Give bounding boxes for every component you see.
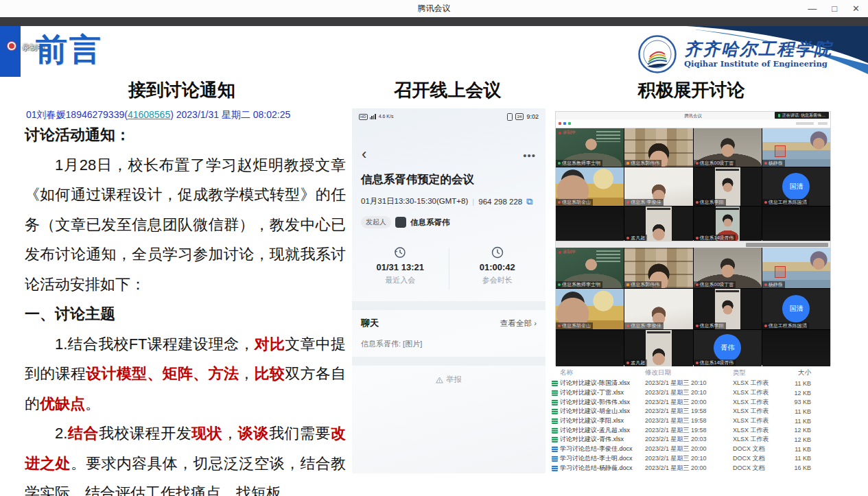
participant-name-label: 信息系胡金山 — [556, 322, 593, 329]
column-header-name[interactable]: 名称 — [560, 368, 645, 377]
slide-left-accent-bar — [0, 26, 21, 77]
meeting-grid-screenshot: 腾讯会议正在讲话: 信息系胥伟…录制中信息系教师李士明信息系郭伟伟信息系00级丁… — [556, 112, 830, 240]
file-row[interactable]: 学习讨论总结-李俊佳.docx2023/2/1 星期三 20:00DOCX 文档… — [549, 445, 834, 454]
notice-datetime: ) 2023/1/31 星期二 08:02:25 — [170, 109, 290, 120]
participant-avatar: 国清 — [782, 295, 810, 322]
clock-time: 9:02 — [526, 113, 539, 120]
mic-status-icon — [764, 283, 767, 286]
phone-status-bar: HD 4.6 K/s 24 9:02 — [359, 113, 539, 121]
file-row[interactable]: 讨论对比建议-郭伟伟.xlsx2023/2/1 星期三 20:00XLSX 工作… — [549, 397, 834, 407]
maximize-button[interactable]: □ — [832, 4, 837, 13]
file-row[interactable]: 讨论对比建议-胡金山.xlsx2023/2/1 星期三 19:58XLSX 工作… — [549, 407, 834, 416]
recording-dot-icon — [559, 132, 561, 134]
more-options-icon[interactable]: ••• — [523, 150, 536, 161]
file-name: 讨论对比建议-郭伟伟.xlsx — [560, 398, 645, 407]
chat-section-header: 聊天 查看全部 › — [361, 317, 537, 329]
divider: | — [472, 198, 474, 206]
file-name: 讨论对比建议-丁雷.xlsx — [560, 388, 645, 397]
participant-name-label: 信息系李阳 — [694, 322, 726, 329]
column-header-size[interactable]: 大小 — [781, 368, 817, 377]
file-date: 2023/2/1 星期三 19:58 — [645, 407, 733, 416]
account-number-link[interactable]: 41608565 — [128, 109, 170, 120]
file-type: XLSX 工作表 — [733, 426, 781, 435]
file-type: XLSX 工作表 — [733, 379, 781, 388]
participant-video-tile: 信息系·李俊佳 — [624, 289, 692, 329]
video-grid-area: 录制中信息系教师李士明信息系郭伟伟信息系00级丁雷杨静薇信息系胡金山信息系·李俊… — [556, 248, 830, 365]
minimize-button[interactable]: — — [808, 4, 817, 13]
file-row[interactable]: 讨论对比建议-丁雷.xlsx2023/2/1 星期三 20:10XLSX 工作表… — [549, 388, 834, 398]
participant-video-tile: 信息系李阳 — [694, 289, 762, 329]
right-column-title: 积极展开讨论 — [549, 78, 834, 102]
body-paragraph: 一、讨论主题 — [25, 299, 346, 329]
participant-video-tile: 信息系14级胥伟 — [694, 206, 762, 241]
column-header-type[interactable]: 类型 — [733, 368, 781, 377]
window-titlebar: 腾讯会议 — [0, 0, 868, 17]
mic-status-icon — [626, 201, 629, 204]
mic-status-icon — [626, 237, 629, 239]
signal-bars-icon — [370, 114, 376, 119]
participant-video-tile: 信息系胡金山 — [556, 167, 624, 206]
file-date: 2023/2/1 星期三 20:00 — [645, 398, 733, 407]
participant-avatar: 胥伟 — [714, 334, 741, 362]
file-row[interactable]: 学习讨论总结-李士明.docx2023/2/1 星期三 20:10DOCX 文档… — [549, 454, 834, 464]
file-date: 2023/2/1 星期三 20:10 — [645, 379, 733, 388]
duration-value: 01:00:42 — [480, 262, 515, 272]
copy-icon[interactable]: ⧉ — [526, 197, 532, 206]
meeting-time-range: 01月31日13:30-15:30(GMT+8) — [361, 196, 468, 206]
column-header-date[interactable]: 修改日期 — [645, 368, 733, 377]
file-row[interactable]: 学习讨论总结-杨静薇.docx2023/2/1 星期三 20:00DOCX 文档… — [549, 463, 834, 473]
body-paragraph: 1月28日，校长布置了学习赵炬明教授文章《如何通过课程设计，促成教学模式转型》的… — [25, 150, 346, 300]
participant-name-label: 信息系郭伟伟 — [624, 281, 661, 288]
clock-icon — [491, 246, 504, 259]
file-size: 16 KB — [781, 464, 817, 471]
file-row[interactable]: 讨论对比建议-陈国清.xlsx2023/2/1 星期三 20:10XLSX 工作… — [549, 379, 834, 388]
file-type: XLSX 工作表 — [733, 407, 781, 416]
mic-status-icon — [558, 283, 561, 286]
participant-name-label: 杨静薇 — [762, 160, 785, 167]
participant-name-label: 孟凡超 — [624, 235, 647, 241]
recording-indicator: 录制中 — [559, 130, 576, 136]
file-row[interactable]: 讨论对比建议-孟凡超.xlsx2023/2/1 星期三 19:58XLSX 工作… — [549, 425, 834, 435]
participant-name-label: 信息系李阳 — [694, 199, 726, 206]
participant-name-label: 信息工程系陈国清 — [762, 199, 809, 206]
participant-video-tile: 杨静薇 — [762, 248, 830, 288]
notice-body-text: 讨论活动通知：1月28日，校长布置了学习赵炬明教授文章《如何通过课程设计，促成教… — [25, 120, 346, 496]
record-dot-icon — [559, 122, 561, 125]
participant-video-tile — [556, 330, 624, 366]
last-join-stat: 01/31 13:21 最近入会 — [352, 244, 449, 294]
signal-icon — [568, 122, 571, 125]
participant-video-tile: 国清信息工程系陈国清 — [762, 167, 830, 206]
excel-file-icon — [552, 436, 558, 442]
window-content-gap — [0, 17, 868, 26]
presentation-slide: 录制中 前言 齐齐哈尔工程学院 Qiqihar Institute of Eng… — [0, 26, 868, 496]
report-button[interactable]: 举报 — [352, 375, 546, 385]
mic-active-icon — [778, 114, 780, 117]
file-row[interactable]: 讨论对比建议-李阳.xlsx2023/2/1 星期三 19:58XLSX 工作表… — [549, 416, 834, 426]
report-label: 举报 — [446, 375, 462, 385]
participant-video-tile: 孟凡超 — [624, 330, 692, 366]
close-button[interactable]: ✕ — [852, 4, 860, 13]
participant-video-tile: 杨静薇 — [762, 128, 830, 167]
mic-status-icon — [696, 283, 699, 286]
file-date: 2023/2/1 星期三 20:00 — [645, 445, 733, 453]
participant-name-label: 信息系00级丁雷 — [694, 281, 736, 288]
organizer-row: 发起人 信息系胥伟 — [361, 216, 450, 228]
excel-file-icon — [552, 390, 558, 396]
meeting-grid-screenshot: 录制中信息系教师李士明信息系郭伟伟信息系00级丁雷杨静薇信息系胡金山信息系·李俊… — [556, 241, 830, 365]
participant-video-tile: 国清信息工程系陈国清 — [762, 289, 830, 329]
file-date: 2023/2/1 星期三 20:10 — [645, 388, 733, 397]
mini-topstrip — [556, 241, 830, 248]
mic-status-icon — [696, 237, 699, 239]
view-all-link[interactable]: 查看全部 › — [500, 318, 537, 329]
file-date: 2023/2/1 星期三 20:10 — [645, 454, 733, 463]
speaking-notification: 正在讲话: 信息系胥伟… — [775, 112, 829, 119]
participant-video-tile — [762, 330, 830, 366]
back-chevron-icon[interactable]: ‹ — [362, 147, 366, 162]
institute-emblem-icon — [637, 34, 677, 74]
participant-video-tile — [556, 206, 624, 241]
participant-avatar: 国清 — [782, 173, 810, 200]
network-speed: 4.6 K/s — [379, 114, 394, 119]
meeting-stats-row: 01/31 13:21 最近入会 01:00:42 参会时长 — [352, 244, 546, 294]
file-row[interactable]: 讨论对比建议-胥伟.xlsx2023/2/1 星期三 20:03XLSX 工作表… — [549, 435, 834, 445]
file-type: DOCX 文档 — [733, 454, 781, 463]
